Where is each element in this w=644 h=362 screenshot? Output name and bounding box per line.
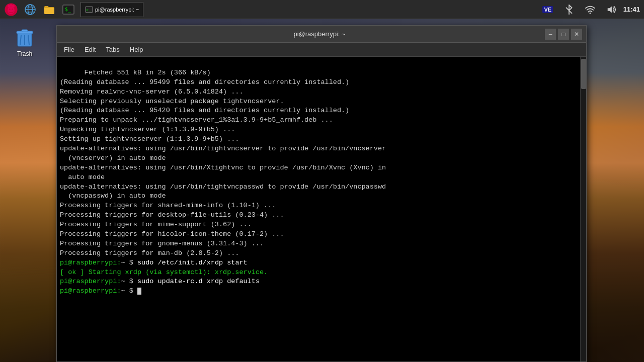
vnc-icon: VE: [542, 6, 553, 13]
menu-file[interactable]: File: [60, 45, 78, 54]
terminal-taskbar-icon: >_: [85, 6, 93, 13]
svg-point-16: [589, 12, 591, 14]
svg-point-6: [12, 8, 13, 10]
menu-tabs[interactable]: Tabs: [102, 45, 123, 54]
taskbar-right: VE 11:41: [539, 1, 644, 19]
svg-point-5: [9, 8, 11, 10]
trash-icon-image: [13, 25, 37, 49]
raspberry-pi-menu-button[interactable]: [2, 1, 20, 19]
clock: 11:41: [623, 6, 640, 13]
prompt-3: pi@raspberrypi:: [60, 287, 121, 295]
prompt-2: pi@raspberrypi:: [60, 278, 121, 285]
terminal-minimize-button[interactable]: –: [545, 29, 556, 40]
dollar-1: $: [125, 259, 137, 266]
terminal-maximize-button[interactable]: □: [558, 29, 569, 40]
cmd-1: sudo /etc/init.d/xrdp start: [137, 259, 248, 266]
taskbar: $_ >_ pi@raspberrypi: ~ VE: [0, 0, 644, 19]
file-manager-button[interactable]: [40, 1, 58, 19]
scrollbar-thumb[interactable]: [581, 59, 586, 89]
volume-icon: [606, 5, 617, 15]
folder-icon: [43, 4, 55, 15]
line-1: Fetched 551 kB in 2s (366 kB/s) (Reading…: [60, 69, 386, 257]
terminal-button-1[interactable]: $_: [59, 1, 77, 19]
taskbar-left: $_ >_ pi@raspberrypi: ~: [0, 1, 143, 19]
vnc-button[interactable]: VE: [539, 1, 557, 19]
terminal-content[interactable]: Fetched 551 kB in 2s (366 kB/s) (Reading…: [57, 57, 580, 361]
terminal-controls: – □ ✕: [545, 29, 582, 40]
terminal-taskbar-button[interactable]: >_ pi@raspberrypi: ~: [80, 2, 143, 17]
trash-label: Trash: [17, 50, 32, 57]
terminal-scrollbar[interactable]: [580, 57, 586, 361]
ok-line: [ ok ] Starting xrdp (via systemctl): xr…: [60, 268, 268, 276]
bluetooth-icon: [565, 4, 574, 15]
terminal-body[interactable]: Fetched 551 kB in 2s (366 kB/s) (Reading…: [57, 57, 586, 361]
volume-button[interactable]: [602, 1, 620, 19]
cursor: [137, 288, 141, 295]
dollar-2: $: [125, 278, 137, 285]
path-3: ~: [121, 287, 125, 295]
bluetooth-button[interactable]: [560, 1, 578, 19]
terminal-close-button[interactable]: ✕: [571, 29, 582, 40]
terminal-title: pi@raspberrypi: ~: [94, 30, 545, 38]
terminal-icon-1: $_: [62, 4, 74, 15]
trash-desktop-icon[interactable]: Trash: [13, 25, 37, 57]
svg-text:>_: >_: [86, 7, 91, 12]
dollar-3: $: [125, 287, 137, 295]
prompt-1: pi@raspberrypi:: [60, 259, 121, 266]
cmd-2: sudo update-rc.d xrdp defaults: [137, 278, 260, 285]
svg-text:$_: $_: [65, 7, 71, 13]
terminal-window: pi@raspberrypi: ~ – □ ✕ File Edit Tabs H…: [56, 25, 587, 362]
globe-icon: [24, 4, 36, 16]
menu-help[interactable]: Help: [126, 45, 147, 54]
wifi-icon: [585, 5, 596, 15]
terminal-menubar: File Edit Tabs Help: [57, 43, 586, 57]
menu-edit[interactable]: Edit: [80, 45, 100, 54]
terminal-titlebar: pi@raspberrypi: ~ – □ ✕: [57, 26, 586, 43]
wifi-button[interactable]: [581, 1, 599, 19]
path-1: ~: [121, 259, 125, 266]
trash-svg: [15, 26, 35, 48]
svg-rect-19: [22, 30, 28, 32]
path-2: ~: [121, 278, 125, 285]
raspberry-pi-icon: [4, 3, 18, 17]
terminal-taskbar-label: pi@raspberrypi: ~: [95, 7, 139, 13]
web-browser-button[interactable]: [21, 1, 39, 19]
svg-point-3: [10, 4, 13, 7]
